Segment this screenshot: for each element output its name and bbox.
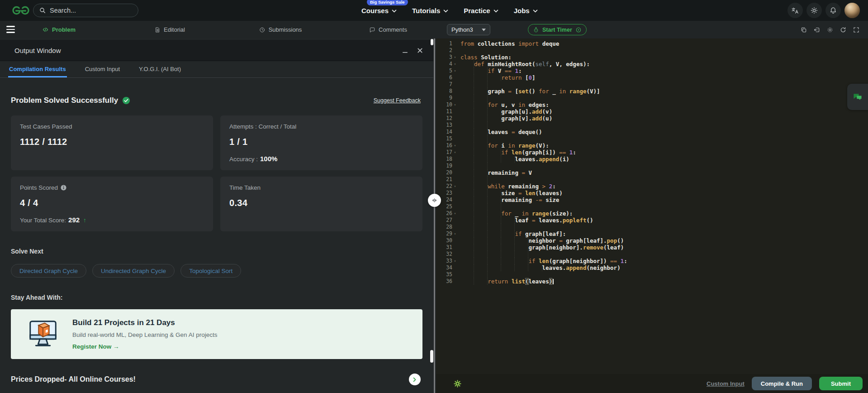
tab-submissions[interactable]: Submissions bbox=[259, 21, 302, 38]
language-select[interactable]: Python3 bbox=[447, 24, 490, 35]
fullscreen-icon[interactable] bbox=[853, 26, 860, 34]
feedback-chat-button[interactable] bbox=[847, 84, 868, 110]
code-line[interactable]: 13 bbox=[436, 122, 868, 129]
code-line[interactable]: 32 bbox=[436, 251, 868, 258]
custom-input-link[interactable]: Custom Input bbox=[707, 380, 745, 387]
tab-editorial[interactable]: Editorial bbox=[154, 21, 185, 38]
code-line[interactable]: 11graph[u].add(v) bbox=[436, 108, 868, 115]
compile-run-button[interactable]: Compile & Run bbox=[752, 377, 812, 390]
fold-arrow-icon[interactable]: ▾ bbox=[452, 101, 458, 108]
panel-splitter[interactable] bbox=[433, 38, 436, 393]
tab-yogi-ai-bot[interactable]: Y.O.G.I. (AI Bot) bbox=[138, 66, 182, 77]
card-points: Points Scored 4 / 4 Your Total Score:292… bbox=[11, 177, 213, 231]
fold-arrow-icon[interactable]: ▾ bbox=[452, 230, 458, 237]
nav-menu-courses[interactable]: Courses bbox=[361, 7, 397, 14]
code-line[interactable]: 21 bbox=[436, 176, 868, 183]
editor-settings-gear-icon[interactable] bbox=[453, 379, 462, 388]
code-line[interactable]: 36return list(leaves) bbox=[436, 278, 868, 285]
code-line[interactable]: 3▾class Solution: bbox=[436, 54, 868, 61]
code-line[interactable]: 14leaves = deque() bbox=[436, 129, 868, 135]
code-line[interactable]: 29▾if graph[leaf]: bbox=[436, 230, 868, 237]
line-number: 26 bbox=[436, 210, 452, 217]
next-chevron-button[interactable] bbox=[409, 374, 421, 385]
fold-arrow-icon[interactable]: ▾ bbox=[452, 142, 458, 149]
nav-menu-jobs[interactable]: Jobs bbox=[514, 7, 538, 14]
code-line[interactable]: 34leaves.append(neighbor) bbox=[436, 264, 868, 271]
code-line[interactable]: 2 bbox=[436, 47, 868, 54]
nav-menu-practice[interactable]: Practice bbox=[464, 7, 498, 14]
tab-comments[interactable]: Comments bbox=[369, 21, 407, 38]
code-line[interactable]: 19 bbox=[436, 163, 868, 169]
code-line[interactable]: 9 bbox=[436, 95, 868, 101]
code-line[interactable]: 1from collections import deque bbox=[436, 40, 868, 47]
code-line[interactable]: 6return [0] bbox=[436, 74, 868, 81]
code-line[interactable]: 26▾for _ in range(size): bbox=[436, 210, 868, 217]
search-input[interactable] bbox=[50, 7, 138, 14]
theme-sun-icon[interactable] bbox=[806, 3, 822, 18]
chip-topological-sort[interactable]: Topological Sort bbox=[180, 264, 241, 278]
copy-icon[interactable] bbox=[800, 26, 807, 34]
notification-bell-icon[interactable] bbox=[825, 3, 841, 18]
sale-badge[interactable]: Big Savings Sale bbox=[367, 0, 408, 5]
info-icon[interactable] bbox=[61, 185, 66, 191]
code-line[interactable]: 35 bbox=[436, 271, 868, 278]
code-line[interactable]: 16▾for i in range(V): bbox=[436, 142, 868, 149]
translate-icon[interactable] bbox=[787, 3, 803, 18]
gfg-logo-icon[interactable] bbox=[11, 4, 31, 17]
splitter-drag-handle[interactable] bbox=[428, 194, 441, 207]
chip-undirected-graph-cycle[interactable]: Undirected Graph Cycle bbox=[92, 264, 175, 278]
code-line[interactable]: 10▾for u, v in edges: bbox=[436, 101, 868, 108]
code-line[interactable]: 22▾while remaining > 2: bbox=[436, 183, 868, 190]
output-window-header[interactable]: Output Window bbox=[0, 40, 433, 61]
fold-arrow-icon[interactable]: ▾ bbox=[452, 67, 458, 74]
code-editor[interactable]: 1from collections import deque23▾class S… bbox=[436, 38, 868, 374]
promo-banner[interactable]: Build 21 Projects in 21 Days Build real-… bbox=[11, 309, 422, 359]
code-line[interactable]: 7 bbox=[436, 81, 868, 88]
code-line[interactable]: 12graph[v].add(u) bbox=[436, 115, 868, 122]
search-box[interactable] bbox=[33, 4, 138, 17]
code-line[interactable]: 8graph = [set() for _ in range(V)] bbox=[436, 88, 868, 95]
import-code-icon[interactable] bbox=[813, 26, 821, 34]
code-line[interactable]: 30neighbor = graph[leaf].pop() bbox=[436, 237, 868, 244]
line-number: 10 bbox=[436, 101, 452, 108]
chevron-down-icon bbox=[392, 10, 397, 13]
score-up-arrow-icon: ↑ bbox=[83, 217, 86, 224]
start-timer-button[interactable]: Start Timer bbox=[528, 24, 587, 35]
chip-directed-graph-cycle[interactable]: Directed Graph Cycle bbox=[11, 264, 86, 278]
code-line[interactable]: 20remaining = V bbox=[436, 169, 868, 176]
suggest-feedback-link[interactable]: Suggest Feedback bbox=[374, 97, 421, 104]
fold-arrow-icon[interactable]: ▾ bbox=[452, 183, 458, 190]
code-line[interactable]: 27leaf = leaves.popleft() bbox=[436, 217, 868, 224]
user-avatar[interactable] bbox=[844, 3, 860, 18]
submit-button[interactable]: Submit bbox=[819, 377, 863, 390]
hamburger-menu-icon[interactable] bbox=[6, 24, 17, 34]
tab-problem[interactable]: Problem bbox=[42, 21, 76, 38]
tab-compilation-results[interactable]: Compilation Results bbox=[8, 66, 67, 77]
register-now-link[interactable]: Register Now → bbox=[72, 343, 119, 350]
code-line[interactable]: 23size = len(leaves) bbox=[436, 190, 868, 196]
fold-arrow-icon[interactable]: ▾ bbox=[452, 258, 458, 264]
code-line[interactable]: 5▾if V == 1: bbox=[436, 67, 868, 74]
fold-arrow-icon[interactable]: ▾ bbox=[452, 149, 458, 156]
minimize-icon[interactable] bbox=[402, 47, 408, 54]
code-line[interactable]: 15 bbox=[436, 135, 868, 142]
code-line[interactable]: 18leaves.append(i) bbox=[436, 156, 868, 163]
code-line[interactable]: 24remaining -= size bbox=[436, 196, 868, 203]
fold-arrow-icon[interactable]: ▾ bbox=[452, 61, 458, 67]
reset-code-icon[interactable] bbox=[840, 26, 847, 34]
code-line[interactable]: 17▾if len(graph[i]) == 1: bbox=[436, 149, 868, 156]
fold-arrow-icon[interactable]: ▾ bbox=[452, 54, 458, 61]
tab-custom-input[interactable]: Custom Input bbox=[84, 66, 121, 77]
close-icon[interactable] bbox=[417, 47, 423, 54]
code-line[interactable]: 4▾def minHeightRoot(self, V, edges): bbox=[436, 61, 868, 67]
settings-gear-icon[interactable] bbox=[826, 26, 834, 34]
card-label: Points Scored bbox=[20, 184, 204, 191]
nav-menu-tutorials[interactable]: Tutorials bbox=[412, 7, 448, 14]
line-number: 20 bbox=[436, 169, 452, 176]
code-line[interactable]: 33▾if len(graph[neighbor]) == 1: bbox=[436, 258, 868, 264]
fold-arrow-icon[interactable]: ▾ bbox=[452, 210, 458, 217]
line-number: 12 bbox=[436, 115, 452, 122]
code-line[interactable]: 28 bbox=[436, 224, 868, 230]
code-line[interactable]: 31graph[neighbor].remove(leaf) bbox=[436, 244, 868, 251]
code-line[interactable]: 25 bbox=[436, 203, 868, 210]
